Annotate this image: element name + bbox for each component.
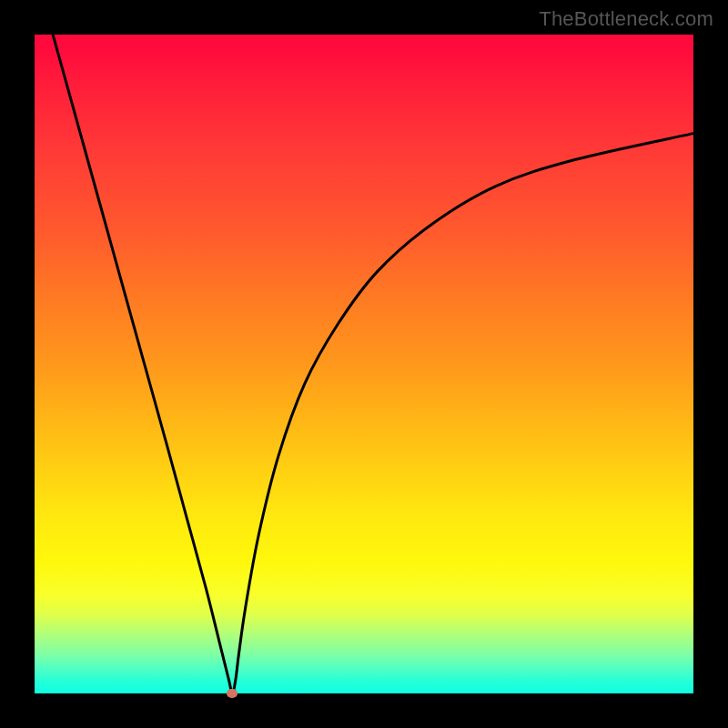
chart-frame: TheBottleneck.com (0, 0, 728, 728)
plot-area (35, 35, 693, 693)
watermark-text: TheBottleneck.com (539, 7, 713, 31)
curve-path (35, 0, 693, 693)
bottleneck-curve (35, 35, 693, 693)
optimal-point-marker (227, 689, 238, 698)
